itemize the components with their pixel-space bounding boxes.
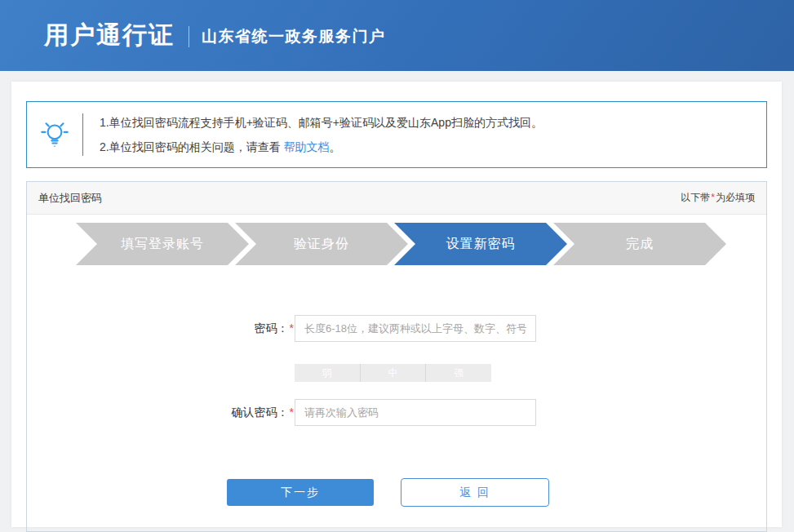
step-set-new-password: 设置新密码 bbox=[394, 223, 567, 265]
step-fill-account: 填写登录账号 bbox=[76, 223, 249, 265]
required-star: * bbox=[710, 192, 716, 203]
password-input[interactable] bbox=[295, 315, 536, 342]
step-complete: 完成 bbox=[553, 223, 726, 265]
content-card: 1.单位找回密码流程支持手机+验证码、邮箱号+验证码以及爱山东App扫脸的方式找… bbox=[11, 82, 782, 527]
lightbulb-icon bbox=[27, 117, 82, 152]
step-verify-identity: 验证身份 bbox=[235, 223, 408, 265]
confirm-password-row: 确认密码：* bbox=[27, 399, 766, 426]
confirm-password-label: 确认密码：* bbox=[27, 406, 295, 420]
notice-line-2: 2.单位找回密码的相关问题，请查看 帮助文档。 bbox=[100, 135, 543, 159]
notice-box: 1.单位找回密码流程支持手机+验证码、邮箱号+验证码以及爱山东App扫脸的方式找… bbox=[26, 101, 767, 168]
back-button[interactable]: 返 回 bbox=[401, 478, 549, 507]
password-row: 密码：* bbox=[27, 315, 766, 342]
panel-header: 单位找回密码 以下带*为必填项 bbox=[27, 182, 766, 215]
help-doc-link[interactable]: 帮助文档 bbox=[284, 140, 330, 153]
password-recovery-panel: 单位找回密码 以下带*为必填项 填写登录账号 验证身份 设置新密码 完成 密码：… bbox=[26, 181, 767, 532]
password-strength-meter: 弱 中 强 bbox=[295, 364, 491, 382]
required-fields-note: 以下带*为必填项 bbox=[681, 191, 755, 205]
site-title: 用户通行证 bbox=[44, 19, 175, 52]
site-subtitle: 山东省统一政务服务门户 bbox=[202, 26, 386, 47]
required-star: * bbox=[289, 321, 295, 335]
next-step-button[interactable]: 下一步 bbox=[227, 479, 374, 506]
form-buttons: 下一步 返 回 bbox=[227, 478, 766, 507]
strength-weak: 弱 bbox=[295, 364, 360, 382]
confirm-password-input[interactable] bbox=[295, 399, 536, 426]
notice-line-1: 1.单位找回密码流程支持手机+验证码、邮箱号+验证码以及爱山东App扫脸的方式找… bbox=[100, 110, 543, 135]
notice-text: 1.单位找回密码流程支持手机+验证码、邮箱号+验证码以及爱山东App扫脸的方式找… bbox=[83, 110, 559, 159]
required-star: * bbox=[289, 406, 295, 419]
title-divider bbox=[189, 26, 189, 47]
panel-title: 单位找回密码 bbox=[38, 191, 102, 206]
site-header: 用户通行证 山东省统一政务服务门户 bbox=[0, 0, 794, 71]
strength-medium: 中 bbox=[360, 364, 426, 382]
step-progress-bar: 填写登录账号 验证身份 设置新密码 完成 bbox=[27, 223, 766, 265]
strength-strong: 强 bbox=[425, 364, 491, 382]
password-label: 密码：* bbox=[27, 321, 295, 336]
